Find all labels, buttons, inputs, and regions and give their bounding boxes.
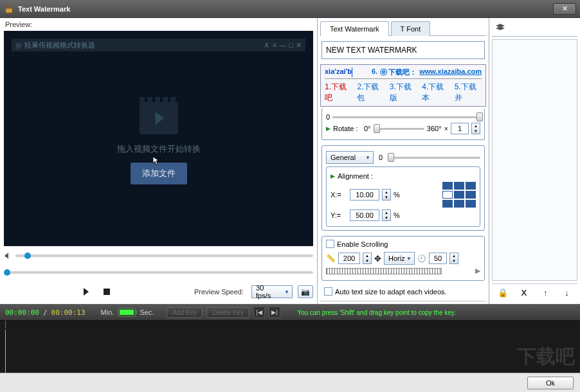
tab-text-watermark[interactable]: Text Watermark <box>320 21 389 36</box>
rotate-max: 360° <box>427 125 442 132</box>
rotate-slider[interactable] <box>374 128 424 130</box>
fps-label: Preview Speed: <box>194 288 244 296</box>
opacity-min: 0 <box>326 113 330 121</box>
y-spinner[interactable]: ▲▼ <box>382 209 391 221</box>
volume-icon <box>4 251 13 260</box>
preview-area[interactable]: ◎ 轻果伟视频格式转换器 Ａ ≡ — □ ✕ 拖入视频文件开始转换 添加文件 <box>4 31 313 246</box>
timeline-hint: You can press 'Shift' and drag key point… <box>297 309 456 316</box>
layers-tools: 🔒 X ↑ ↓ <box>492 283 577 301</box>
drop-zone: 拖入视频文件开始转换 <box>117 102 201 155</box>
lock-icon <box>4 4 14 14</box>
delete-key-button[interactable]: Delete Key <box>206 307 249 318</box>
min-label: Min. <box>101 308 114 316</box>
ime-url[interactable]: www.xiazaiba.com <box>419 67 482 77</box>
play-arrow-icon: ▶ <box>331 173 335 179</box>
delete-layer-button[interactable]: X <box>518 288 530 298</box>
ime-cand-5[interactable]: 5.下载并 <box>455 82 482 103</box>
battery-icon <box>118 308 136 317</box>
direction-select[interactable]: Horiz <box>384 252 415 265</box>
titlebar: Text Watermark ✕ <box>0 0 580 18</box>
min-icon: — <box>279 41 286 49</box>
enable-scrolling-label: Enable Scrolling <box>337 240 388 248</box>
y-pct: % <box>394 211 400 219</box>
ime-cand-3[interactable]: 3.下载版 <box>390 82 417 103</box>
fps-select[interactable]: 30 fps/s <box>251 285 293 298</box>
watermark-name-field[interactable] <box>322 41 485 59</box>
ime-candidates: 1.下载吧 2.下载包 3.下载版 4.下载本 5.下载并 <box>325 82 482 103</box>
preview-label: Preview: <box>0 18 317 31</box>
seek-slider[interactable] <box>4 271 313 274</box>
x-label: X:= <box>331 191 347 199</box>
svg-rect-0 <box>6 8 12 13</box>
position-val: 0 <box>376 154 385 161</box>
direction-icon: ✥ <box>374 254 381 263</box>
alignment-grid[interactable] <box>442 182 476 208</box>
layers-icon <box>494 23 506 32</box>
ruler-icon: 📏 <box>326 254 336 263</box>
ime-cand-2[interactable]: 2.下载包 <box>357 82 384 103</box>
clapper-icon <box>140 102 178 134</box>
user-icon: Ａ <box>263 40 270 50</box>
rotate-count-input[interactable] <box>451 123 469 134</box>
ime-cand-4[interactable]: 4.下载本 <box>422 82 449 103</box>
y-input[interactable] <box>350 209 379 221</box>
alignment-label: Alignment : <box>338 172 373 180</box>
tab-strip: Text Watermark T Font <box>320 21 486 36</box>
snapshot-button[interactable]: 📷 <box>298 285 313 298</box>
rotate-spinner[interactable]: ▲▼ <box>471 123 480 134</box>
rotate-mult: × <box>444 125 448 132</box>
play-button[interactable] <box>78 285 94 298</box>
timeline: 00:00:00 / 00:00:13 Min. Sec. Add Key De… <box>0 304 580 373</box>
drop-text: 拖入视频文件开始转换 <box>117 143 201 155</box>
rotate-label: Rotate : <box>333 125 361 132</box>
bottom-bar: Ok <box>0 373 580 392</box>
seek-row <box>4 265 313 280</box>
time-sep: / <box>43 308 48 317</box>
volume-row <box>4 249 313 263</box>
scroll-speed-spinner[interactable]: ▲▼ <box>449 253 458 264</box>
prev-key-button[interactable]: |◀ <box>253 307 265 318</box>
position-slider[interactable] <box>388 157 480 159</box>
lock-layer-button[interactable]: 🔒 <box>496 288 509 298</box>
scroll-width-input[interactable] <box>338 253 360 264</box>
close-button[interactable]: ✕ <box>553 3 576 15</box>
move-down-button[interactable]: ↓ <box>560 288 573 298</box>
time-duration: 00:00:13 <box>51 308 86 317</box>
max-icon: □ <box>289 41 293 49</box>
stop-button[interactable] <box>99 285 114 298</box>
time-current: 00:00:00 <box>5 308 39 317</box>
x-spinner[interactable]: ▲▼ <box>382 189 391 200</box>
ime-composition: xia'zai'b <box>325 67 352 77</box>
enable-scrolling-checkbox[interactable]: Enable Scrolling <box>326 240 480 248</box>
add-file-button[interactable]: 添加文件 <box>131 163 187 184</box>
x-input[interactable] <box>350 189 379 200</box>
ime-brand: 下载吧： <box>388 67 417 77</box>
auto-size-checkbox[interactable]: Auto text size to adapt each videos. <box>320 285 486 298</box>
scroll-width-spinner[interactable]: ▲▼ <box>363 253 372 264</box>
menu-icon: ≡ <box>273 41 276 49</box>
auto-size-label: Auto text size to adapt each videos. <box>335 288 447 296</box>
ruler-strip <box>326 268 442 274</box>
window-title: Text Watermark <box>18 5 553 13</box>
layers-head <box>492 21 577 37</box>
transport-bar: Preview Speed: 30 fps/s 📷 <box>4 282 313 301</box>
ok-button[interactable]: Ok <box>527 377 574 389</box>
layers-list[interactable] <box>492 39 577 281</box>
ime-panel: xia'zai'b 6. ⓔ 下载吧： www.xiazaiba.com 1.下… <box>320 64 486 107</box>
move-up-button[interactable]: ↑ <box>539 288 552 298</box>
embedded-app-title: 轻果伟视频格式转换器 <box>24 40 260 50</box>
scroll-speed-input[interactable] <box>429 253 447 264</box>
layers-panel: 🔒 X ↑ ↓ <box>489 18 580 304</box>
timeline-track[interactable] <box>0 321 580 373</box>
preview-panel: Preview: ◎ 轻果伟视频格式转换器 Ａ ≡ — □ ✕ 拖入视频文件开始… <box>0 18 318 304</box>
volume-slider[interactable] <box>15 254 313 257</box>
ime-cand-1[interactable]: 1.下载吧 <box>325 82 352 103</box>
opacity-slider[interactable] <box>332 116 480 118</box>
controls-panel: Text Watermark T Font xia'zai'b 6. ⓔ 下载吧… <box>318 18 489 304</box>
next-key-button[interactable]: ▶| <box>269 307 280 318</box>
tab-font[interactable]: T Font <box>391 21 431 36</box>
add-key-button[interactable]: Add Key <box>167 307 203 318</box>
position-mode-select[interactable]: General <box>326 151 374 164</box>
y-label: Y:= <box>331 211 347 219</box>
ime-index: 6. <box>372 67 377 77</box>
